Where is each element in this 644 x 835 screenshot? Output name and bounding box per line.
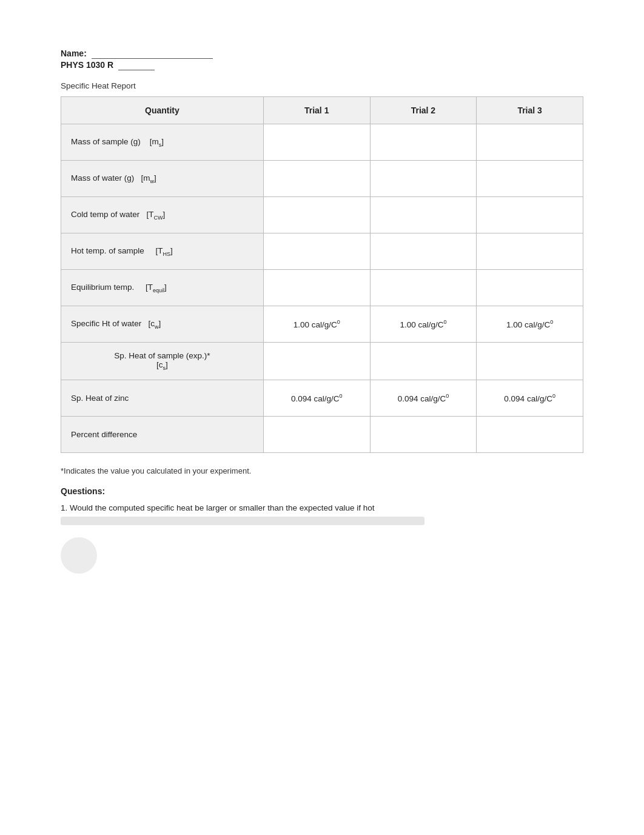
questions-title: Questions:: [61, 486, 583, 496]
trial2-cell: [370, 161, 477, 197]
trial3-cell: [477, 161, 583, 197]
table-row: Mass of water (g) [mw]: [61, 161, 583, 197]
trial1-cell: [263, 124, 370, 161]
course-value: [118, 60, 155, 70]
quantity-cell: Sp. Heat of zinc: [61, 380, 264, 416]
trial3-cell: 1.00 cal/g/C0: [477, 306, 583, 343]
trial1-cell: [263, 233, 370, 270]
quantity-cell: Percent difference: [61, 416, 264, 452]
trial2-cell: [370, 416, 477, 452]
quantity-cell: Mass of sample (g) [ms]: [61, 124, 264, 161]
trial1-cell: 0.094 cal/g/C0: [263, 380, 370, 416]
report-title: Specific Heat Report: [61, 81, 583, 90]
table-row: Specific Ht of water [cw] 1.00 cal/g/C0 …: [61, 306, 583, 343]
trial1-cell: 1.00 cal/g/C0: [263, 306, 370, 343]
trial1-cell: [263, 343, 370, 380]
col-trial1: Trial 1: [263, 97, 370, 124]
col-trial3: Trial 3: [477, 97, 583, 124]
table-row: Hot temp. of sample [THS]: [61, 233, 583, 270]
trial3-cell: [477, 233, 583, 270]
trial3-cell: 0.094 cal/g/C0: [477, 380, 583, 416]
trial1-cell: [263, 161, 370, 197]
quantity-cell: Hot temp. of sample [THS]: [61, 233, 264, 270]
header: Name: PHYS 1030 R: [61, 49, 583, 70]
question-item-1: 1. Would the computed specific heat be l…: [61, 502, 583, 529]
col-quantity: Quantity: [61, 97, 264, 124]
col-trial2: Trial 2: [370, 97, 477, 124]
trial2-cell: [370, 343, 477, 380]
table-header-row: Quantity Trial 1 Trial 2 Trial 3: [61, 97, 583, 124]
trial3-cell: [477, 343, 583, 380]
trial2-cell: [370, 270, 477, 306]
blurred-icon: [61, 534, 583, 575]
table-row: Mass of sample (g) [ms]: [61, 124, 583, 161]
questions-section: Questions: 1. Would the computed specifi…: [61, 486, 583, 576]
quantity-cell: Sp. Heat of sample (exp.)*[cs]: [61, 343, 264, 380]
blurred-text-1: [61, 517, 424, 525]
trial2-cell: [370, 124, 477, 161]
data-table: Quantity Trial 1 Trial 2 Trial 3 Mass of…: [61, 96, 583, 453]
quantity-cell: Equilibrium temp. [Tequil]: [61, 270, 264, 306]
quantity-cell: Cold temp of water [TCW]: [61, 197, 264, 233]
trial3-cell: [477, 416, 583, 452]
page-icon: [61, 537, 97, 574]
table-row: Sp. Heat of sample (exp.)*[cs]: [61, 343, 583, 380]
table-row: Cold temp of water [TCW]: [61, 197, 583, 233]
trial3-cell: [477, 197, 583, 233]
table-row: Equilibrium temp. [Tequil]: [61, 270, 583, 306]
trial1-cell: [263, 197, 370, 233]
table-row: Sp. Heat of zinc 0.094 cal/g/C0 0.094 ca…: [61, 380, 583, 416]
trial3-cell: [477, 124, 583, 161]
name-value: [92, 49, 213, 59]
footnote: *Indicates the value you calculated in y…: [61, 466, 583, 475]
trial2-cell: 0.094 cal/g/C0: [370, 380, 477, 416]
table-row: Percent difference: [61, 416, 583, 452]
quantity-cell: Specific Ht of water [cw]: [61, 306, 264, 343]
course-line: PHYS 1030 R: [61, 60, 583, 70]
name-label: Name:: [61, 49, 87, 58]
trial2-cell: [370, 197, 477, 233]
trial2-cell: [370, 233, 477, 270]
trial1-cell: [263, 270, 370, 306]
quantity-cell: Mass of water (g) [mw]: [61, 161, 264, 197]
name-line: Name:: [61, 49, 583, 59]
trial3-cell: [477, 270, 583, 306]
course-label: PHYS 1030 R: [61, 60, 113, 70]
trial1-cell: [263, 416, 370, 452]
trial2-cell: 1.00 cal/g/C0: [370, 306, 477, 343]
